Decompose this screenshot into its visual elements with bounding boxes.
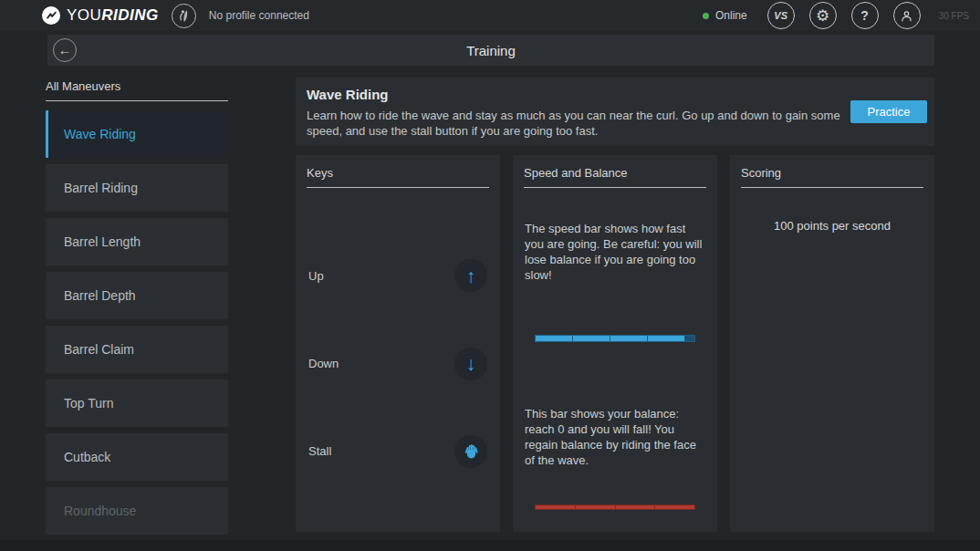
speed-bar	[535, 335, 695, 342]
arrow-down-icon: ↓	[466, 354, 476, 373]
sidebar-item-barrel-claim[interactable]: Barrel Claim	[46, 326, 228, 373]
key-row-up: Up ↑	[296, 259, 500, 292]
practice-button[interactable]: Practice	[850, 100, 927, 123]
speed-bar-description: The speed bar shows how fast you are goi…	[513, 221, 717, 283]
key-label: Stall	[308, 444, 331, 458]
maneuver-summary: Wave Riding Learn how to ride the wave a…	[296, 78, 934, 146]
balance-bar-description: This bar shows your balance: reach 0 and…	[513, 406, 717, 468]
back-button[interactable]: ←	[53, 38, 77, 62]
balance-bar-segment	[576, 505, 615, 509]
page-title: Training	[466, 43, 516, 58]
sidebar-item-label: Top Turn	[64, 396, 113, 411]
maneuver-title: Wave Riding	[307, 87, 934, 102]
speed-bar-segment	[610, 336, 647, 341]
stall-key-button	[454, 435, 487, 468]
speed-bar-segment	[536, 336, 572, 341]
balance-bar	[535, 504, 695, 510]
down-key-button: ↓	[454, 348, 487, 380]
speed-bar-segment	[648, 336, 684, 341]
versus-icon: VS	[774, 10, 787, 21]
sidebar-item-barrel-length[interactable]: Barrel Length	[46, 218, 228, 265]
sidebar-item-label: Roundhouse	[64, 504, 136, 518]
settings-button[interactable]: ⚙	[809, 2, 837, 29]
keys-panel-title: Keys	[296, 155, 500, 180]
versus-button[interactable]: VS	[767, 2, 795, 29]
scoring-panel: Scoring 100 points per second	[730, 155, 934, 532]
sidebar-divider	[46, 100, 228, 101]
youriding-training-screen: YOURIDING No profile connected Online VS…	[0, 0, 980, 551]
online-status: Online	[703, 9, 747, 22]
logo-text-you: YOU	[67, 6, 101, 24]
sidebar-item-label: Barrel Length	[64, 234, 141, 249]
sidebar-item-label: Wave Riding	[64, 127, 136, 141]
sidebar-item-barrel-riding[interactable]: Barrel Riding	[46, 164, 228, 212]
maneuvers-sidebar: All Maneuvers Wave Riding Barrel Riding …	[46, 78, 228, 541]
balance-bar-segment	[536, 505, 575, 509]
sidebar-item-top-turn[interactable]: Top Turn	[46, 379, 228, 427]
maneuver-description: Learn how to ride the wave and stay as m…	[307, 108, 854, 139]
sidebar-item-label: Barrel Riding	[64, 181, 138, 195]
logo-wordmark: YOURIDING	[67, 6, 159, 25]
keys-rows: Up ↑ Down ↓ Stall	[296, 188, 500, 532]
sidebar-title: All Maneuvers	[46, 79, 228, 93]
topbar-right: Online VS ⚙ ? 30 FPS	[703, 2, 969, 29]
page-header: ← Training	[47, 35, 934, 66]
account-button[interactable]	[893, 2, 921, 29]
key-row-down: Down ↓	[296, 348, 500, 380]
youriding-logo[interactable]: YOURIDING	[42, 6, 159, 25]
hand-icon	[463, 442, 480, 460]
person-icon	[899, 8, 914, 24]
fps-counter: 30 FPS	[939, 11, 969, 21]
back-arrow-icon: ←	[58, 43, 72, 57]
sidebar-item-label: Barrel Depth	[64, 288, 136, 303]
balance-bar-segment	[616, 505, 655, 509]
youriding-logo-icon	[42, 6, 60, 25]
sidebar-item-label: Cutback	[64, 450, 110, 464]
scoring-panel-divider	[741, 187, 923, 188]
scoring-panel-title: Scoring	[730, 155, 934, 180]
scoring-text: 100 points per second	[730, 219, 934, 233]
sidebar-item-barrel-depth[interactable]: Barrel Depth	[46, 272, 228, 319]
online-dot-icon	[703, 13, 709, 19]
sidebar-item-wave-riding[interactable]: Wave Riding	[46, 110, 228, 158]
speed-bar-empty-segment	[685, 336, 694, 341]
topbar-left: YOURIDING No profile connected	[42, 4, 309, 28]
sidebar-item-roundhouse[interactable]: Roundhouse	[46, 487, 228, 535]
sidebar-item-label: Barrel Claim	[64, 342, 134, 357]
speed-balance-panel-divider	[524, 187, 706, 188]
surfer-profile-icon[interactable]	[172, 4, 196, 28]
balance-bar-segment	[655, 505, 694, 509]
topbar: YOURIDING No profile connected Online VS…	[0, 0, 980, 31]
help-button[interactable]: ?	[851, 2, 879, 29]
key-row-stall: Stall	[296, 435, 500, 468]
online-label: Online	[715, 9, 747, 22]
up-key-button: ↑	[454, 259, 487, 292]
keys-panel: Keys Up ↑ Down ↓ Stall	[296, 155, 500, 532]
help-columns: Keys Up ↑ Down ↓ Stall	[296, 155, 934, 532]
arrow-up-icon: ↑	[466, 266, 476, 286]
sidebar-item-cutback[interactable]: Cutback	[46, 433, 228, 481]
question-mark-icon: ?	[860, 8, 869, 23]
speed-balance-panel-title: Speed and Balance	[513, 155, 717, 180]
bottom-letterbox	[0, 540, 980, 551]
key-label: Up	[308, 269, 324, 283]
speed-balance-panel: Speed and Balance The speed bar shows ho…	[513, 155, 717, 532]
logo-text-riding: RIDING	[101, 6, 159, 24]
key-label: Down	[308, 357, 339, 370]
speed-bar-segment	[573, 336, 610, 341]
gear-icon: ⚙	[816, 8, 829, 24]
profile-status: No profile connected	[209, 9, 309, 22]
